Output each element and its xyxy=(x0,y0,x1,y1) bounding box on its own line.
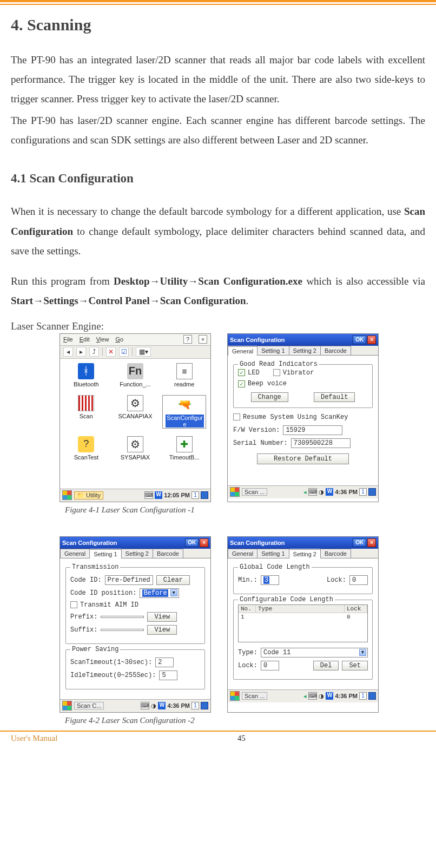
chk-transmit-aim[interactable]: ✓Transmit AIM ID xyxy=(70,601,138,609)
codeid-value[interactable]: Pre-Defined xyxy=(105,575,153,585)
one-icon[interactable]: 1 xyxy=(359,692,367,700)
restore-default-button[interactable]: Restore Default xyxy=(257,453,349,464)
lock2-input[interactable]: 0 xyxy=(261,661,279,670)
set-button[interactable]: Set xyxy=(342,661,368,670)
help-icon[interactable]: ? xyxy=(183,335,192,344)
network-icon[interactable]: ◑ xyxy=(319,693,324,700)
idletimeout-input[interactable]: 5 xyxy=(159,670,177,680)
start-icon[interactable] xyxy=(230,691,240,701)
w-icon[interactable]: W xyxy=(155,491,162,499)
one-icon[interactable]: 1 xyxy=(359,488,367,496)
up-icon[interactable]: ⤴ xyxy=(89,347,99,357)
tab-setting2[interactable]: Setting 2 xyxy=(289,346,321,355)
kbd-icon[interactable]: ⌨ xyxy=(308,692,317,700)
default-button[interactable]: Default xyxy=(314,392,355,402)
windows-stack-icon[interactable] xyxy=(368,692,376,700)
tab-setting1[interactable]: Setting 1 xyxy=(89,549,121,558)
suffix-input[interactable] xyxy=(101,629,144,631)
w-icon[interactable]: W xyxy=(326,692,333,700)
back-icon[interactable]: ◂ xyxy=(303,693,307,700)
icon-sysapiax[interactable]: ⚙ SYSAPIAX xyxy=(114,436,157,461)
network-icon[interactable]: ◑ xyxy=(151,702,156,709)
start-icon[interactable] xyxy=(62,490,72,500)
windows-stack-icon[interactable] xyxy=(201,702,208,709)
tab-general[interactable]: General xyxy=(60,549,90,558)
type-select[interactable]: Code 11▼ xyxy=(261,648,368,657)
forward-icon[interactable]: ▸ xyxy=(76,347,86,357)
close-icon[interactable]: × xyxy=(200,538,208,547)
taskbar-app[interactable]: Scan ... xyxy=(242,692,267,700)
kbd-icon[interactable]: ⌨ xyxy=(144,491,153,499)
tab-setting2[interactable]: Setting 2 xyxy=(121,549,153,558)
taskbar-app[interactable]: Scan C... xyxy=(74,702,104,709)
scanconfig-setting2-window: Scan Configuration OK × General Setting … xyxy=(227,536,379,713)
codeidpos-select[interactable]: Before▼ xyxy=(140,588,179,598)
taskbar-utility[interactable]: 📁 Utility xyxy=(74,491,103,499)
close-icon[interactable]: × xyxy=(367,336,376,344)
close-icon[interactable]: × xyxy=(367,538,376,547)
menu-go[interactable]: Go xyxy=(115,336,123,343)
menu-view[interactable]: View xyxy=(96,336,109,343)
chk-beep[interactable]: ✓Beep voice xyxy=(238,380,287,387)
group-configurable-length: Configurable Code Length xyxy=(238,596,335,603)
windows-stack-icon[interactable] xyxy=(201,491,208,499)
kbd-icon[interactable]: ⌨ xyxy=(141,702,149,709)
change-button[interactable]: Change xyxy=(251,392,288,402)
delete-icon[interactable]: ✕ xyxy=(106,347,116,357)
prefix-input[interactable] xyxy=(101,616,144,618)
taskbar-app[interactable]: Scan ... xyxy=(242,488,267,496)
clear-button[interactable]: Clear xyxy=(156,575,190,585)
icon-scanconfigure[interactable]: 🔫 ScanConfigur e xyxy=(162,395,206,429)
start-icon[interactable] xyxy=(230,487,240,497)
w-icon[interactable]: W xyxy=(326,488,333,496)
chk-vibrator[interactable]: ✓Vibrator xyxy=(273,369,314,377)
tab-barcode[interactable]: Barcode xyxy=(320,346,351,355)
icon-scanapiax[interactable]: ⚙ SCANAPIAX xyxy=(114,395,157,429)
list-row[interactable]: 1 0 xyxy=(239,613,367,621)
ok-button[interactable]: OK xyxy=(185,538,199,547)
one-icon[interactable]: 1 xyxy=(191,702,199,709)
scanconfig-setting1-window: Scan Configuration OK × General Setting … xyxy=(60,536,211,713)
lock-label: Lock: xyxy=(327,576,346,584)
back-icon[interactable]: ◂ xyxy=(303,489,307,496)
close-icon[interactable]: × xyxy=(199,335,207,344)
tab-general[interactable]: General xyxy=(228,346,257,356)
group-global-length: Global Code Length xyxy=(238,563,312,571)
icon-scantest[interactable]: ? ScanTest xyxy=(64,436,108,461)
tab-barcode[interactable]: Barcode xyxy=(153,549,183,558)
view-button[interactable]: View xyxy=(147,612,177,622)
del-button[interactable]: Del xyxy=(313,661,339,670)
refresh-icon[interactable]: ☑ xyxy=(119,347,129,357)
idletimeout-label: IdleTimeout(0~255Sec): xyxy=(70,672,156,679)
tab-setting1[interactable]: Setting 1 xyxy=(257,346,289,355)
code-length-list[interactable]: No. Type Lock 1 0 xyxy=(238,604,368,642)
scantimeout-input[interactable]: 2 xyxy=(155,657,174,667)
view-button[interactable]: View xyxy=(147,625,177,635)
w-icon[interactable]: W xyxy=(158,702,166,709)
windows-stack-icon[interactable] xyxy=(368,488,376,496)
tab-barcode[interactable]: Barcode xyxy=(320,549,351,558)
start-icon[interactable] xyxy=(62,701,72,711)
ok-button[interactable]: OK xyxy=(353,336,366,344)
paragraph: The PT-90 has an integrated laser/2D sca… xyxy=(11,50,425,109)
icon-bluetooth[interactable]: ᚼ Bluetooth xyxy=(64,363,108,387)
one-icon[interactable]: 1 xyxy=(191,491,199,499)
kbd-icon[interactable]: ⌨ xyxy=(308,488,317,496)
menu-file[interactable]: File xyxy=(63,336,73,343)
back-icon[interactable]: ◂ xyxy=(63,347,73,357)
lock-input[interactable]: 0 xyxy=(349,575,368,585)
tab-general[interactable]: General xyxy=(228,549,257,558)
min-input[interactable]: 3 xyxy=(261,575,279,585)
chk-resume[interactable]: ✓Resume System Using ScanKey xyxy=(233,413,348,421)
menu-edit[interactable]: Edit xyxy=(80,336,90,343)
network-icon[interactable]: ◑ xyxy=(319,489,324,496)
icon-function[interactable]: Fn Function_... xyxy=(114,363,157,387)
icon-timeoutb[interactable]: ✚ TimeoutB... xyxy=(162,436,206,461)
view-dropdown[interactable]: ▦▾ xyxy=(136,347,151,357)
chk-led[interactable]: ✓LED xyxy=(238,369,260,377)
ok-button[interactable]: OK xyxy=(353,538,366,547)
tab-setting1[interactable]: Setting 1 xyxy=(257,549,289,558)
tab-setting2[interactable]: Setting 2 xyxy=(289,549,321,558)
icon-readme[interactable]: ≣ readme xyxy=(162,363,206,387)
icon-scan[interactable]: Scan xyxy=(64,395,108,429)
